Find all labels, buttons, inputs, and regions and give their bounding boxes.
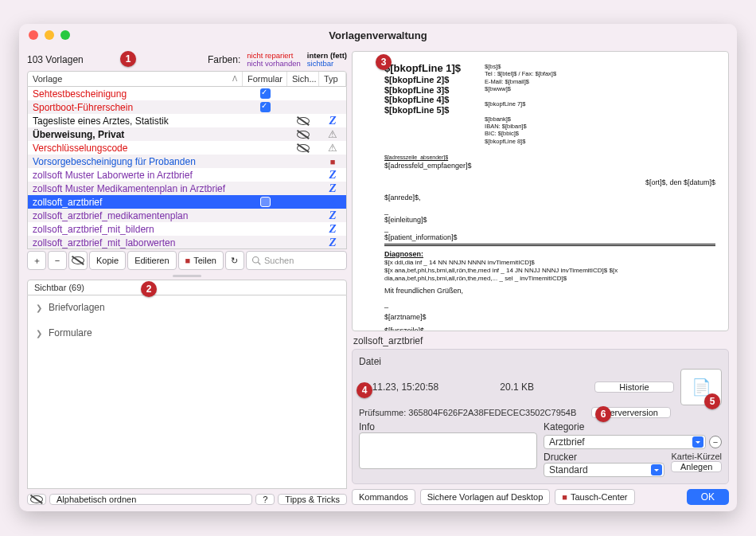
z-icon: Z [329, 115, 336, 127]
anlegen-button[interactable]: Anlegen [671, 461, 722, 472]
absender-line: $[adresszeile_absender]$ [384, 155, 715, 162]
table-row[interactable]: zollsoft Muster Medikamentenplan in Arzt… [28, 182, 346, 195]
row-sichtbar[interactable] [287, 130, 319, 139]
col-typ[interactable]: Typ [319, 72, 346, 86]
help-button[interactable]: ? [255, 494, 275, 505]
diag-line2: $[x ana,bef,phl,hs,bmi,all,rön,the,med i… [384, 267, 715, 283]
row-sichtbar[interactable] [287, 143, 319, 153]
row-formular[interactable] [243, 197, 287, 207]
table-row[interactable]: Tagesliste eines Arztes, StatistikZ [28, 114, 346, 127]
legend: nicht repariert intern (fett) nicht vorh… [247, 52, 347, 68]
edit-button[interactable]: Editieren [127, 251, 176, 270]
row-name: Verschlüsselungscode [28, 143, 243, 154]
z-icon: Z [329, 182, 336, 194]
tips-button[interactable]: Tipps & Tricks [278, 494, 347, 505]
header-left-line: $[bkopfLine 2]$ [384, 75, 461, 85]
eye-off-icon [30, 495, 43, 504]
share-icon: ■ [185, 256, 191, 265]
svg-point-0 [252, 257, 259, 264]
copy-button[interactable]: Kopie [89, 251, 126, 270]
header-left-line: $[bkopfLine 1]$ [384, 63, 461, 75]
info-label: Info [359, 421, 537, 432]
z-icon: Z [329, 169, 336, 181]
eye-off-icon [72, 256, 84, 265]
fusszeile: $[fusszeile]$ [384, 327, 715, 331]
info-textarea[interactable] [359, 432, 537, 469]
meta-panel: zollsoft_arztbrief Datei 23.11.23, 15:20… [352, 333, 729, 484]
header-right-line: $[bwww]$ [485, 85, 556, 92]
table-row[interactable]: zollsoft_arztbrief_mit_bildernZ [28, 222, 346, 236]
drucker-select[interactable]: Standard [544, 463, 664, 477]
table-toolbar: ＋ − Kopie Editieren ■Teilen ↻ Suchen [27, 251, 347, 270]
table-row[interactable]: Überweisung, Privat⚠ [28, 127, 346, 141]
visibility-toggle-button[interactable] [27, 494, 46, 505]
sichere-button[interactable]: Sichere Vorlagen auf Desktop [420, 489, 551, 505]
kommandos-button[interactable]: Kommandos [352, 489, 415, 505]
empfaenger-line: $[adressfeld_empfaenger]$ [384, 162, 715, 170]
window: Vorlagenverwaltung 103 Vorlagen Farben: … [19, 24, 737, 511]
row-typ: Z [319, 182, 346, 194]
row-typ: Z [319, 115, 346, 127]
row-name: zollsoft Muster Medikamentenplan in Arzt… [28, 183, 243, 194]
header-right-line [485, 108, 556, 115]
alpha-sort-button[interactable]: Alphabetisch ordnen [49, 494, 252, 505]
row-name: zollsoft_arztbrief [28, 197, 243, 208]
table-row[interactable]: zollsoft_arztbriefZ [28, 195, 346, 209]
window-title: Vorlagenverwaltung [19, 29, 737, 41]
row-typ: ■ [319, 157, 346, 166]
kategorie-remove-button[interactable]: − [709, 436, 722, 448]
table-row[interactable]: Verschlüsselungscode⚠ [28, 141, 346, 155]
table-row[interactable]: Sehtestbescheinigung [28, 87, 346, 100]
table-header[interactable]: Vorlageᐱ Formular Sich... Typ [27, 71, 347, 87]
row-formular[interactable] [243, 88, 287, 99]
anrede: $[anrede]$, [384, 194, 715, 202]
patient-info: $[patient_information]$ [384, 233, 715, 242]
box-icon: ■ [330, 157, 336, 166]
share-button[interactable]: ■Teilen [178, 251, 224, 270]
farben-label: Farben: [208, 54, 240, 65]
callout-4: 4 [357, 382, 372, 398]
row-typ: Z [319, 196, 346, 208]
table-row[interactable]: Sportboot-Führerschein [28, 100, 346, 114]
refresh-button[interactable]: ↻ [225, 251, 244, 270]
row-formular[interactable] [243, 102, 287, 112]
tree-briefvorlagen[interactable]: ❯Briefvorlagen [28, 299, 346, 316]
kategorie-select[interactable]: Arztbrief [544, 435, 706, 449]
header-left-line: $[bkopfLine 5]$ [384, 105, 461, 115]
table-row[interactable]: zollsoft_arztbrief_medikamentenplanZ [28, 209, 346, 222]
checkbox-checked-icon [260, 88, 271, 99]
row-name: Sportboot-Führerschein [28, 102, 243, 113]
row-name: zollsoft Muster Laborwerte in Arztbrief [28, 170, 243, 181]
template-table[interactable]: SehtestbescheinigungSportboot-Führersche… [27, 87, 347, 249]
sort-indicator-icon: ᐱ [232, 75, 237, 83]
hide-button[interactable] [68, 251, 88, 270]
box-icon: ■ [562, 492, 567, 502]
search-input[interactable]: Suchen [246, 251, 347, 270]
chevron-down-icon [651, 464, 662, 475]
row-name: zollsoft_arztbrief_mit_laborwerten [28, 237, 243, 248]
z-icon: Z [329, 209, 336, 221]
visible-tree[interactable]: ❯Briefvorlagen ❯Formulare [27, 295, 347, 489]
add-button[interactable]: ＋ [27, 251, 46, 270]
col-formular[interactable]: Formular [243, 72, 287, 86]
eye-off-icon [297, 116, 310, 126]
warning-icon: ⚠ [328, 128, 337, 140]
col-sich[interactable]: Sich... [287, 72, 319, 86]
table-row[interactable]: zollsoft_arztbrief_mit_laborwertenZ [28, 236, 346, 249]
kategorie-label: Kategorie [544, 421, 722, 432]
row-sichtbar[interactable] [287, 116, 319, 126]
row-typ: ⚠ [319, 128, 346, 140]
remove-button[interactable]: − [48, 251, 67, 270]
right-pane: $[bkopfLine 1]$$[bkopfLine 2]$$[bkopfLin… [352, 51, 729, 505]
table-row[interactable]: Vorsorgebescheinigung für Probanden■ [28, 155, 346, 168]
historie-button[interactable]: Historie [594, 381, 674, 393]
row-name: Vorsorgebescheinigung für Probanden [28, 156, 243, 167]
tree-formulare[interactable]: ❯Formulare [28, 324, 346, 342]
pane-separator[interactable] [27, 275, 347, 278]
z-icon: Z [329, 237, 336, 248]
tausch-center-button[interactable]: ■Tausch-Center [555, 489, 634, 505]
legend-nicht-vorhanden: nicht vorhanden [247, 60, 301, 68]
table-row[interactable]: zollsoft Muster Laborwerte in ArztbriefZ [28, 168, 346, 182]
header-right-line: BIC: $[bbic]$ [485, 130, 556, 137]
ok-button[interactable]: OK [687, 489, 729, 505]
